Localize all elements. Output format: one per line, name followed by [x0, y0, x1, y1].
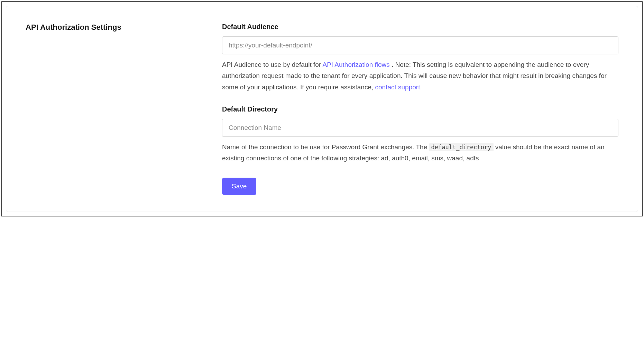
- default-directory-code: default_directory: [429, 143, 494, 151]
- button-row: Save: [222, 178, 618, 195]
- default-audience-field-group: Default Audience API Audience to use by …: [222, 23, 618, 93]
- api-authorization-flows-link[interactable]: API Authorization flows: [322, 61, 389, 68]
- section-title-column: API Authorization Settings: [26, 23, 205, 195]
- default-audience-label: Default Audience: [222, 23, 618, 31]
- help-text-segment: Name of the connection to be use for Pas…: [222, 143, 429, 151]
- default-audience-input[interactable]: [222, 36, 618, 54]
- save-button[interactable]: Save: [222, 178, 256, 195]
- default-directory-field-group: Default Directory Name of the connection…: [222, 105, 618, 164]
- default-audience-help: API Audience to use by default for API A…: [222, 59, 618, 93]
- settings-panel-outer: API Authorization Settings Default Audie…: [1, 1, 643, 216]
- section-title: API Authorization Settings: [26, 23, 205, 32]
- contact-support-link[interactable]: contact support: [375, 83, 420, 91]
- help-text-segment: API Audience to use by default for: [222, 61, 322, 68]
- help-text-segment: .: [420, 83, 422, 91]
- settings-card: API Authorization Settings Default Audie…: [6, 6, 638, 212]
- default-directory-input[interactable]: [222, 119, 618, 137]
- default-directory-help: Name of the connection to be use for Pas…: [222, 142, 618, 164]
- default-directory-label: Default Directory: [222, 105, 618, 113]
- settings-fields-column: Default Audience API Audience to use by …: [222, 23, 618, 195]
